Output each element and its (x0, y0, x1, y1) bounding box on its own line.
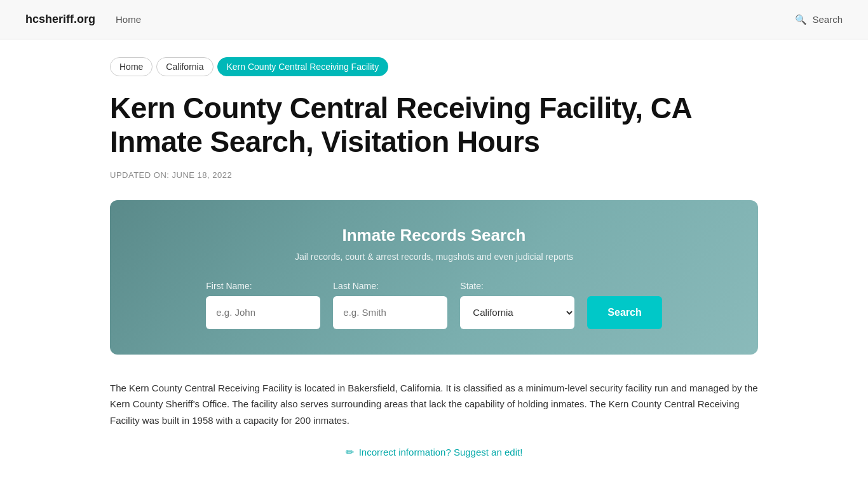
page-title: Kern County Central Receiving Facility, … (110, 92, 758, 159)
search-widget-subtitle: Jail records, court & arrest records, mu… (148, 252, 720, 262)
site-logo[interactable]: hcsheriff.org (25, 13, 95, 26)
last-name-input[interactable] (333, 296, 447, 329)
updated-label: UPDATED ON: (110, 170, 169, 180)
main-content: Home California Kern County Central Rece… (59, 57, 809, 458)
suggest-edit-link[interactable]: ✏ Incorrect information? Suggest an edit… (110, 446, 758, 458)
search-widget-title: Inmate Records Search (148, 226, 720, 245)
breadcrumb-california[interactable]: California (156, 57, 213, 76)
search-icon-header: 🔍 (795, 14, 807, 25)
state-select[interactable]: AlabamaAlaskaArizonaArkansasCaliforniaCo… (460, 296, 574, 329)
first-name-input[interactable] (206, 296, 320, 329)
site-header: hcsheriff.org Home 🔍 Search (0, 0, 868, 39)
state-group: State: AlabamaAlaskaArizonaArkansasCalif… (460, 281, 574, 329)
header-search-button[interactable]: 🔍 Search (795, 14, 843, 25)
search-form: First Name: Last Name: State: AlabamaAla… (148, 281, 720, 329)
header-search-label: Search (812, 14, 843, 25)
last-name-label: Last Name: (333, 281, 447, 291)
search-button[interactable]: Search (587, 296, 661, 329)
updated-on: UPDATED ON: JUNE 18, 2022 (110, 170, 758, 180)
pencil-icon: ✏ (346, 446, 354, 458)
breadcrumb-home[interactable]: Home (110, 57, 153, 76)
updated-date: JUNE 18, 2022 (172, 170, 233, 180)
facility-description: The Kern County Central Receiving Facili… (110, 380, 758, 429)
breadcrumb-facility: Kern County Central Receiving Facility (217, 57, 389, 76)
first-name-label: First Name: (206, 281, 320, 291)
state-label: State: (460, 281, 574, 291)
nav-home-link[interactable]: Home (116, 14, 141, 25)
last-name-group: Last Name: (333, 281, 447, 329)
breadcrumb: Home California Kern County Central Rece… (110, 57, 758, 76)
suggest-edit-label: Incorrect information? Suggest an edit! (359, 447, 523, 458)
first-name-group: First Name: (206, 281, 320, 329)
header-left: hcsheriff.org Home (25, 13, 141, 26)
inmate-search-widget: Inmate Records Search Jail records, cour… (110, 200, 758, 355)
